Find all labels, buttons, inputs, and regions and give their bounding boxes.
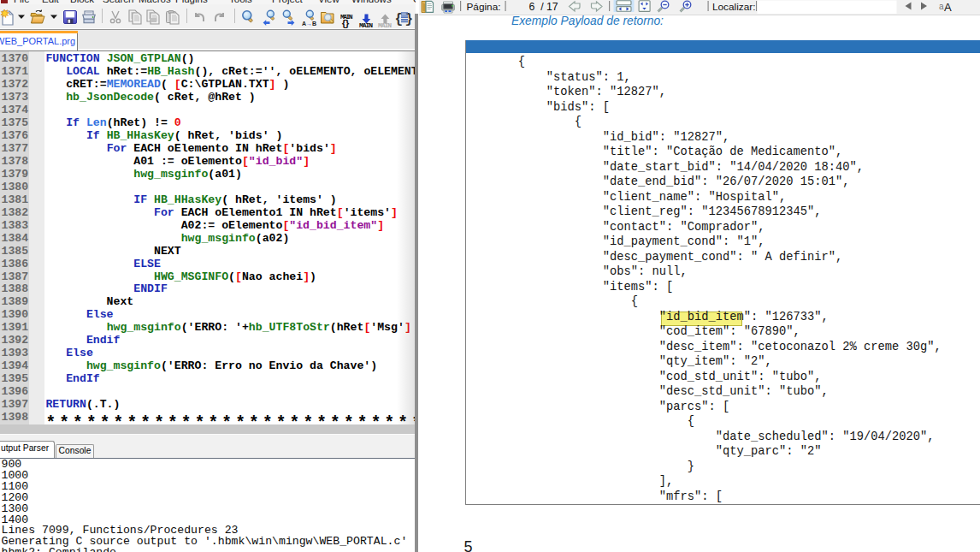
svg-text:MAIN: MAIN <box>378 21 392 29</box>
svg-text:{}: {} <box>341 19 350 28</box>
svg-text:A: A <box>944 1 952 14</box>
svg-text:A→B: A→B <box>302 21 316 27</box>
svg-text:MAIN: MAIN <box>359 21 373 29</box>
